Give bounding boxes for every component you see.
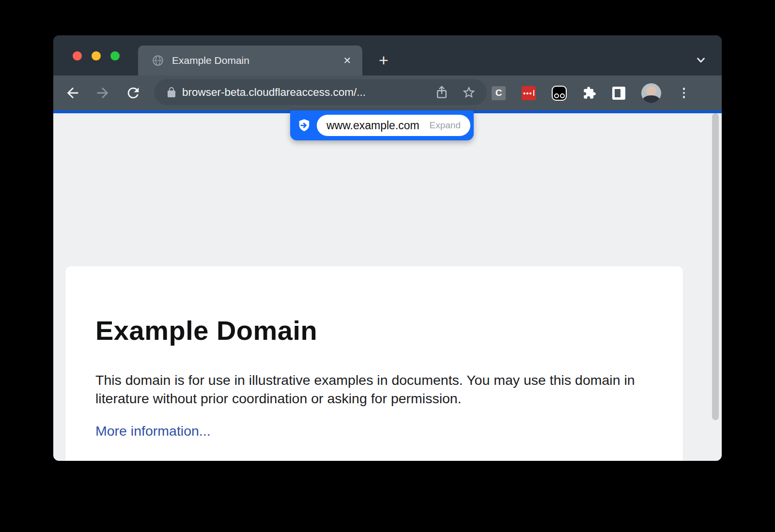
tab-close-icon[interactable]: ✕ <box>339 52 356 69</box>
tab-search-chevron-icon[interactable] <box>695 54 707 66</box>
window-minimize-button[interactable] <box>92 51 101 61</box>
profile-avatar[interactable] <box>641 83 661 103</box>
browser-tab[interactable]: Example Domain ✕ <box>138 46 362 76</box>
lock-icon[interactable] <box>166 87 177 98</box>
back-icon[interactable] <box>64 85 81 101</box>
shield-arrow-icon <box>297 118 311 133</box>
isolated-domain-field[interactable]: www.example.com Expand <box>317 115 470 136</box>
window-zoom-button[interactable] <box>110 51 120 61</box>
page-viewport: Example Domain This domain is for use in… <box>53 113 722 461</box>
camera-extension-icon[interactable] <box>552 86 567 101</box>
new-tab-button[interactable]: + <box>375 51 392 69</box>
browser-toolbar: browser-beta.cloudflareaccess.com/... C … <box>53 76 722 110</box>
tab-title: Example Domain <box>172 55 339 66</box>
page-title: Example Domain <box>95 315 317 346</box>
browser-window: Example Domain ✕ + browser-beta.cloudfla… <box>53 35 722 461</box>
globe-favicon-icon <box>152 54 164 67</box>
isolated-domain-text: www.example.com <box>326 119 430 132</box>
expand-button[interactable]: Expand <box>430 120 461 131</box>
extensions-area: C ••• <box>492 76 691 110</box>
vertical-scrollbar[interactable] <box>712 113 719 420</box>
page-body-text: This domain is for use in illustrative e… <box>95 371 652 408</box>
lastpass-extension-icon[interactable]: ••• <box>522 86 536 100</box>
more-information-link[interactable]: More information... <box>95 423 211 439</box>
clickup-extension-icon[interactable]: C <box>492 86 506 100</box>
content-card: Example Domain This domain is for use in… <box>65 266 683 461</box>
url-text[interactable]: browser-beta.cloudflareaccess.com/... <box>182 86 434 99</box>
extensions-puzzle-icon[interactable] <box>583 86 596 100</box>
forward-icon[interactable] <box>94 85 111 101</box>
address-bar[interactable]: browser-beta.cloudflareaccess.com/... <box>154 79 487 105</box>
isolation-url-pill[interactable]: www.example.com Expand <box>290 110 474 140</box>
window-close-button[interactable] <box>73 51 82 61</box>
share-icon[interactable] <box>434 85 449 100</box>
chrome-menu-icon[interactable] <box>677 88 691 98</box>
bookmark-star-icon[interactable] <box>462 85 476 100</box>
tab-strip: Example Domain ✕ + <box>53 35 722 76</box>
reload-icon[interactable] <box>125 85 141 101</box>
side-panel-icon[interactable] <box>612 87 625 100</box>
